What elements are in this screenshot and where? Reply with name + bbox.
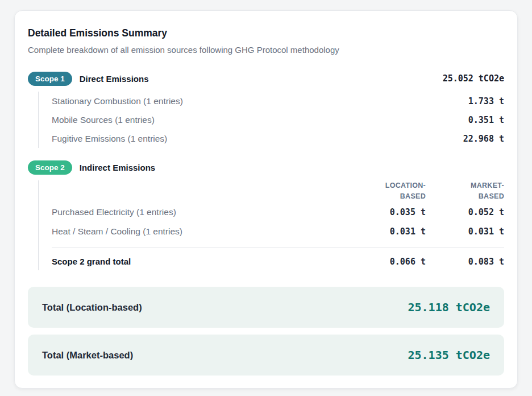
table-row: Heat / Steam / Cooling (1 entries) 0.031…	[52, 222, 504, 241]
grand-total-label: Scope 2 grand total	[52, 257, 131, 266]
scope1-total-value: 25.052 tCO2e	[443, 73, 504, 84]
total-location-value: 25.118 tCO2e	[408, 300, 491, 314]
column-header-market-based: MARKET-BASED	[450, 180, 504, 202]
total-market-based-box: Total (Market-based) 25.135 tCO2e	[28, 335, 504, 376]
table-row: Fugitive Emissions (1 entries) 22.968 t	[52, 129, 504, 148]
market-based-value: 0.052 t	[450, 207, 504, 217]
total-market-value: 25.135 tCO2e	[408, 348, 491, 362]
scope1-title: Direct Emissions	[80, 74, 149, 84]
row-label: Mobile Sources (1 entries)	[52, 115, 155, 125]
row-label: Heat / Steam / Cooling (1 entries)	[52, 226, 182, 237]
total-location-label: Total (Location-based)	[42, 302, 142, 313]
emissions-summary-card: Detailed Emissions Summary Complete brea…	[14, 10, 518, 389]
row-label: Stationary Combustion (1 entries)	[52, 96, 183, 106]
scope2-table: LOCATION-BASED MARKET-BASED Purchased El…	[38, 180, 504, 270]
location-based-value: 0.035 t	[371, 207, 426, 217]
column-header-location-based: LOCATION-BASED	[371, 180, 426, 202]
page-subtitle: Complete breakdown of all emission sourc…	[28, 44, 504, 56]
scope2-header: Scope 2 Indirect Emissions	[28, 160, 504, 175]
row-value: 22.968 t	[463, 134, 504, 144]
row-value: 0.351 t	[468, 115, 504, 125]
row-value: 1.733 t	[468, 96, 504, 106]
scope1-rows: Stationary Combustion (1 entries) 1.733 …	[38, 92, 504, 148]
scope2-badge: Scope 2	[28, 160, 72, 175]
table-row: Mobile Sources (1 entries) 0.351 t	[52, 110, 504, 129]
scope1-header: Scope 1 Direct Emissions 25.052 tCO2e	[28, 71, 504, 86]
row-label: Purchased Electricity (1 entries)	[52, 207, 176, 217]
grand-total-location-value: 0.066 t	[371, 257, 426, 267]
total-market-label: Total (Market-based)	[42, 350, 133, 361]
grand-total-market-value: 0.083 t	[450, 257, 504, 267]
scope2-column-headers: LOCATION-BASED MARKET-BASED	[52, 180, 504, 202]
table-row: Purchased Electricity (1 entries) 0.035 …	[52, 203, 504, 221]
row-label: Fugitive Emissions (1 entries)	[52, 134, 167, 144]
scope2-title: Indirect Emissions	[80, 163, 155, 172]
page-title: Detailed Emissions Summary	[28, 26, 504, 40]
market-based-value: 0.031 t	[450, 226, 504, 237]
total-location-based-box: Total (Location-based) 25.118 tCO2e	[28, 287, 504, 328]
table-row: Stationary Combustion (1 entries) 1.733 …	[52, 92, 504, 110]
location-based-value: 0.031 t	[371, 226, 426, 237]
scope2-grand-total-row: Scope 2 grand total 0.066 t 0.083 t	[52, 248, 504, 270]
scope1-badge: Scope 1	[28, 72, 72, 86]
